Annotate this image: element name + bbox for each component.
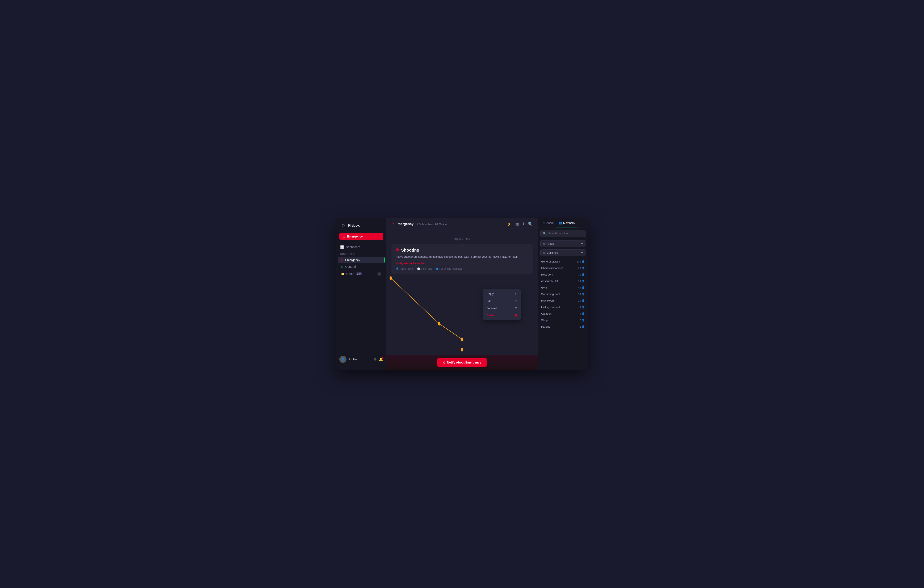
about-tab-label: About <box>546 221 554 225</box>
search-location-input[interactable] <box>548 232 583 235</box>
chevron-down-buildings-icon: ▾ <box>581 251 583 254</box>
location-count: 30 👤 <box>578 293 585 296</box>
svg-point-0 <box>389 276 392 280</box>
author-icon: 👤 <box>396 268 399 270</box>
message-body: Active shooter on campus. Immediately ch… <box>396 255 528 259</box>
location-count: 14 👤 <box>578 299 585 302</box>
settings-icon[interactable]: ⚙ <box>374 357 377 362</box>
footer-icons: ⚙ 🔔 <box>374 357 383 362</box>
location-name: Play Room <box>541 299 554 302</box>
person-icon: 👤 <box>582 299 585 302</box>
shoot-icon: ⚑ <box>396 248 399 253</box>
location-name: Swimming Pool <box>541 292 560 296</box>
location-count: 204 👤 <box>577 260 585 263</box>
sidebar-item-emergency[interactable]: ⊙ Emergency <box>338 257 385 263</box>
person-icon: 👤 <box>582 286 585 289</box>
channels-section-label: CHANNELS <box>336 250 386 257</box>
app-window: ⬡ Flybox ⊙ Emergency 📊 Dashboard CHANNEL… <box>336 218 588 370</box>
flybox-icon: ⬡ <box>340 223 346 228</box>
sidebar-item-general[interactable]: ⊙ General <box>338 263 385 270</box>
context-menu: Reply ↩ Edit ✏ Forward ⊕ Delete 🗑 <box>483 289 521 320</box>
audience-icon: 👥 <box>435 268 439 270</box>
location-item[interactable]: Assembly Hall 59 👤 <box>538 278 588 284</box>
sidebar-item-dashboard[interactable]: 📊 Dashboard <box>336 244 386 250</box>
other-label: Other <box>346 272 354 276</box>
notify-btn-icon: ⊙ <box>443 361 446 364</box>
chat-body[interactable]: August 2, 2022 ⚑ Shooting Active shooter… <box>386 230 538 355</box>
person-icon: 👤 <box>582 280 585 282</box>
location-item[interactable]: Chemical Cabinet 86 👤 <box>538 265 588 271</box>
search-location-field[interactable]: 🔍 <box>540 230 586 237</box>
grid-icon[interactable]: ▦ <box>515 222 519 226</box>
location-count: 86 👤 <box>578 267 585 270</box>
general-channel-icon: ⊙ <box>341 265 343 268</box>
location-name: History Cabinet <box>541 306 560 309</box>
ctx-forward[interactable]: Forward ⊕ <box>483 304 521 312</box>
location-name: Restroom <box>541 273 553 276</box>
ctx-edit[interactable]: Edit ✏ <box>483 297 521 304</box>
sidebar-item-other[interactable]: 📁 Other 224 + <box>338 270 385 277</box>
right-panel: ◎ About 👥 Members 🔍 All Areas ▾ All B <box>538 218 588 370</box>
location-name: Chemical Cabinet <box>541 266 563 270</box>
other-folder-icon: 📁 <box>341 272 345 276</box>
location-item[interactable]: Parking 2 👤 <box>538 324 588 330</box>
location-item[interactable]: Gym 44 👤 <box>538 284 588 291</box>
chat-bottom-bar: ⊙ Notify About Emergency <box>386 355 538 370</box>
svg-line-1 <box>391 278 439 324</box>
location-item[interactable]: Shop 2 👤 <box>538 317 588 324</box>
message-author: 👤 Patsy Fisher <box>396 268 414 270</box>
location-list: General Library 204 👤 Chemical Cabinet 8… <box>538 258 588 370</box>
filter-all-buildings[interactable]: All Buildings ▾ <box>540 249 586 256</box>
chat-header: ⊙ Emergency 224 Members, 64 Online ⚡ ▦ ℹ… <box>386 218 538 230</box>
svg-point-3 <box>438 322 441 325</box>
ctx-delete-label: Delete <box>487 314 495 317</box>
filter-icon[interactable]: ⚡ <box>507 222 512 226</box>
clock-icon: 🕐 <box>417 268 420 270</box>
ctx-reply-label: Reply <box>487 292 493 296</box>
message-audience: 👥 For Online Members <box>435 268 462 270</box>
active-indicator <box>384 258 385 263</box>
person-icon: 👤 <box>582 319 585 322</box>
search-icon[interactable]: 🔍 <box>528 222 533 226</box>
svg-point-4 <box>461 337 463 341</box>
ctx-edit-label: Edit <box>487 299 491 302</box>
panel-tabs: ◎ About 👥 Members <box>538 218 588 228</box>
emergency-channel-icon: ⊙ <box>341 258 343 262</box>
emergency-channel-label: Emergency <box>345 258 360 262</box>
filter-areas-label: All Areas <box>543 242 554 245</box>
ctx-reply[interactable]: Reply ↩ <box>483 290 521 297</box>
ctx-forward-icon: ⊕ <box>515 306 517 310</box>
location-item[interactable]: Swimming Pool 30 👤 <box>538 291 588 297</box>
header-channel-name: Emergency <box>396 222 414 226</box>
filter-all-areas[interactable]: All Areas ▾ <box>540 240 586 247</box>
filter-buildings-label: All Buildings <box>543 251 558 254</box>
notifications-icon[interactable]: 🔔 <box>379 357 383 362</box>
ctx-edit-icon: ✏ <box>515 299 517 302</box>
message-footer: 👤 Patsy Fisher 🕐 1 min ago 👥 For Online … <box>396 268 528 270</box>
location-item[interactable]: Play Room 14 👤 <box>538 297 588 304</box>
channel-meta: 224 Members, 64 Online <box>417 223 447 226</box>
tab-about[interactable]: ◎ About <box>540 218 556 228</box>
emergency-nav-button[interactable]: ⊙ Emergency <box>339 233 383 240</box>
about-tab-icon: ◎ <box>543 221 545 225</box>
add-channel-button[interactable]: + <box>377 272 381 276</box>
tab-members[interactable]: 👥 Members <box>556 218 577 228</box>
notify-emergency-button[interactable]: ⊙ Notify About Emergency <box>437 358 487 367</box>
location-item[interactable]: Restroom 74 👤 <box>538 271 588 278</box>
message-title: ⚑ Shooting <box>396 248 528 253</box>
location-item[interactable]: History Cabinet 8 👤 <box>538 304 588 311</box>
location-item[interactable]: General Library 204 👤 <box>538 258 588 265</box>
chevron-down-icon: ▾ <box>581 242 583 245</box>
members-tab-icon: 👥 <box>559 221 562 225</box>
ctx-delete[interactable]: Delete 🗑 <box>483 312 521 319</box>
location-count: 59 👤 <box>578 280 585 282</box>
location-count: 44 👤 <box>578 286 585 289</box>
ctx-delete-icon: 🗑 <box>514 314 517 317</box>
header-emergency-icon: ⊙ <box>391 222 394 226</box>
false-alert-link[interactable]: Notify About False Alert <box>396 262 427 265</box>
info-icon[interactable]: ℹ <box>523 222 524 226</box>
location-name: Gym <box>541 286 547 289</box>
svg-point-6 <box>461 348 463 352</box>
person-icon: 👤 <box>582 312 585 315</box>
location-item[interactable]: Canteen 4 👤 <box>538 311 588 317</box>
